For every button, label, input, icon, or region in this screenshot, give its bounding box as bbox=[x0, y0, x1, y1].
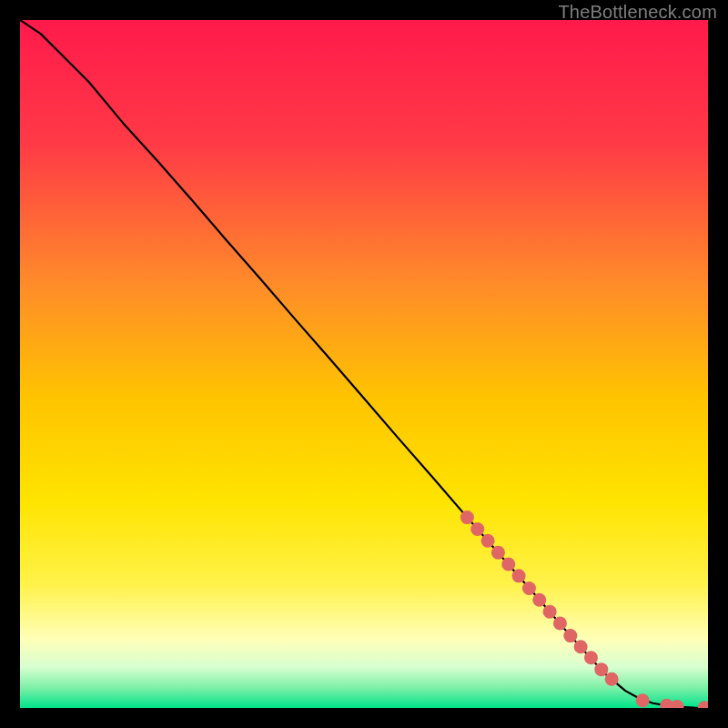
data-point bbox=[501, 558, 515, 571]
data-point bbox=[491, 546, 505, 560]
data-point bbox=[543, 605, 557, 619]
attribution-label: TheBottleneck.com bbox=[558, 2, 717, 23]
data-point bbox=[563, 629, 577, 642]
data-point bbox=[522, 581, 536, 595]
data-point bbox=[636, 693, 650, 707]
data-point bbox=[605, 672, 619, 686]
data-point bbox=[481, 534, 495, 548]
data-point bbox=[553, 617, 567, 631]
data-point bbox=[594, 662, 608, 676]
data-point bbox=[470, 522, 484, 536]
data-point bbox=[532, 593, 546, 607]
data-point bbox=[574, 640, 588, 653]
data-point bbox=[584, 651, 598, 664]
chart-stage: TheBottleneck.com bbox=[0, 0, 728, 728]
chart-svg bbox=[20, 20, 708, 708]
data-point bbox=[460, 511, 474, 524]
data-point bbox=[512, 569, 526, 582]
